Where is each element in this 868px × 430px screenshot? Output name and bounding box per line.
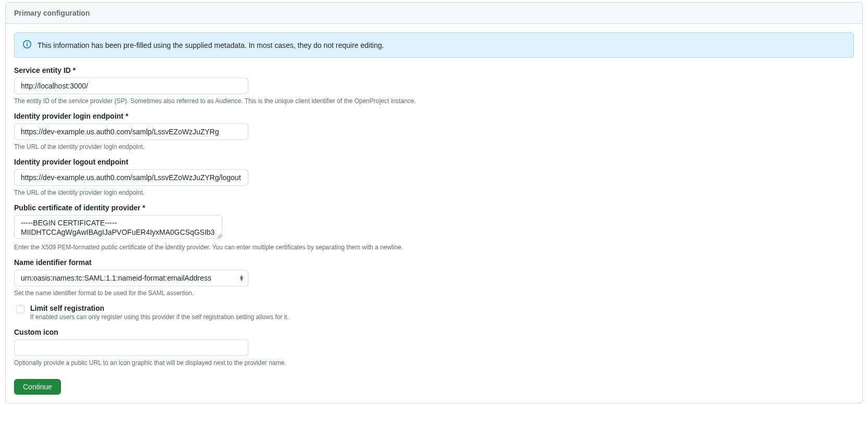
select-nameid-format[interactable]: urn:oasis:names:tc:SAML:1.1:nameid-forma… (14, 270, 248, 286)
input-service-entity-id[interactable] (14, 78, 248, 94)
info-flash: This information has been pre-filled usi… (14, 32, 854, 58)
note-certificate: Enter the X509 PEM-formatted public cert… (14, 244, 854, 251)
note-limit-self-registration: If enabled users can only register using… (30, 313, 289, 321)
note-idp-logout: The URL of the identity provider login e… (14, 189, 854, 196)
textarea-certificate[interactable] (14, 215, 222, 239)
panel-body: This information has been pre-filled usi… (6, 24, 862, 403)
label-custom-icon: Custom icon (14, 328, 854, 336)
label-service-entity-id: Service entity ID * (14, 66, 854, 74)
note-idp-login: The URL of the identity provider login e… (14, 143, 854, 150)
note-custom-icon: Optionally provide a public URL to an ic… (14, 359, 854, 366)
field-idp-login: Identity provider login endpoint * The U… (14, 112, 854, 150)
panel-title: Primary configuration (6, 3, 862, 24)
input-idp-logout[interactable] (14, 169, 248, 186)
field-nameid-format: Name identifier format urn:oasis:names:t… (14, 258, 854, 297)
field-idp-logout: Identity provider logout endpoint The UR… (14, 158, 854, 196)
input-custom-icon[interactable] (14, 339, 248, 356)
info-icon (23, 40, 31, 50)
field-limit-self-registration: Limit self registration If enabled users… (14, 304, 854, 321)
primary-configuration-panel: Primary configuration This information h… (5, 2, 863, 403)
info-flash-text: This information has been pre-filled usi… (37, 41, 384, 49)
label-idp-logout: Identity provider logout endpoint (14, 158, 854, 166)
label-limit-self-registration: Limit self registration (30, 304, 289, 312)
input-idp-login[interactable] (14, 123, 248, 140)
note-service-entity-id: The entity ID of the service provider (S… (14, 97, 854, 105)
note-nameid-format: Set the name identifier format to be use… (14, 289, 854, 297)
label-nameid-format: Name identifier format (14, 258, 854, 267)
field-service-entity-id: Service entity ID * The entity ID of the… (14, 66, 854, 105)
label-idp-login: Identity provider login endpoint * (14, 112, 854, 120)
field-custom-icon: Custom icon Optionally provide a public … (14, 328, 854, 366)
continue-button[interactable]: Continue (14, 379, 61, 395)
label-certificate: Public certificate of identity provider … (14, 204, 854, 212)
checkbox-limit-self-registration[interactable] (16, 305, 24, 313)
field-certificate: Public certificate of identity provider … (14, 204, 854, 251)
